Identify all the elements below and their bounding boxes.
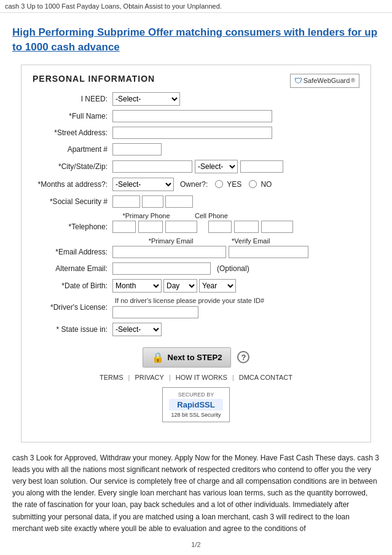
privacy-link[interactable]: PRIVACY bbox=[135, 374, 163, 381]
zip-input[interactable] bbox=[240, 160, 283, 173]
owner-no-radio[interactable] bbox=[249, 180, 257, 188]
months-at-address-label: *Months at address?: bbox=[33, 180, 112, 189]
email-address-group bbox=[112, 246, 308, 258]
phone-area[interactable] bbox=[112, 221, 136, 233]
apartment-row: Apartment # bbox=[33, 143, 359, 155]
email-address-label: *Email Address: bbox=[33, 248, 112, 256]
i-need-label: I NEED: bbox=[33, 95, 112, 103]
telephone-row: *Telephone: bbox=[33, 221, 359, 233]
ssn-part1[interactable] bbox=[112, 195, 140, 208]
drivers-license-row: *Driver's License: If no driver's licens… bbox=[33, 297, 359, 318]
state-issue-select[interactable]: -Select- bbox=[112, 323, 162, 336]
ssn-part3[interactable] bbox=[165, 195, 193, 208]
primary-email-label: *Primary Email bbox=[112, 237, 229, 245]
drivers-license-group: If no driver's license please provide yo… bbox=[112, 297, 264, 318]
yes-label: YES bbox=[227, 180, 241, 189]
owner-no-group: NO bbox=[249, 180, 272, 189]
phone-labels-row: *Primary Phone Cell Phone bbox=[33, 212, 359, 219]
i-need-select-wrapper: -Select- bbox=[112, 92, 180, 106]
full-name-label: *Full Name: bbox=[33, 112, 112, 120]
email-labels-row: *Primary Email *Verify Email bbox=[33, 237, 359, 245]
cell-exchange[interactable] bbox=[234, 221, 259, 233]
dob-label: *Date of Birth: bbox=[33, 281, 112, 290]
state-issue-row: * State issue in: -Select- bbox=[33, 323, 359, 336]
alternate-email-row: Alternate Email: (Optional) bbox=[33, 262, 359, 275]
city-state-zip-label: *City/State/Zip: bbox=[33, 162, 112, 171]
email-address-row: *Email Address: bbox=[33, 246, 359, 258]
ssn-part2[interactable] bbox=[142, 195, 163, 208]
months-at-address-row: *Months at address?: -Select- Owner?: YE… bbox=[33, 178, 359, 191]
next-button[interactable]: 🔒 Next to STEP2 bbox=[143, 347, 232, 368]
owner-label: Owner?: bbox=[180, 180, 208, 189]
street-address-input[interactable] bbox=[112, 127, 272, 139]
phone-exchange[interactable] bbox=[138, 221, 163, 233]
full-name-row: *Full Name: bbox=[33, 110, 359, 122]
cell-number[interactable] bbox=[261, 221, 293, 233]
how-it-works-link[interactable]: HOW IT WORKS bbox=[176, 374, 227, 381]
dob-month-select[interactable]: Month bbox=[112, 279, 162, 293]
next-button-row: 🔒 Next to STEP2 ? bbox=[33, 347, 359, 368]
street-address-row: *Street Address: bbox=[33, 127, 359, 139]
drivers-license-label: *Driver's License: bbox=[33, 303, 112, 312]
telephone-label: *Telephone: bbox=[33, 222, 112, 231]
terms-link[interactable]: TERMS bbox=[100, 374, 123, 381]
i-need-select[interactable]: -Select- bbox=[112, 92, 180, 106]
drivers-license-input[interactable] bbox=[112, 306, 198, 318]
lock-icon: 🔒 bbox=[152, 352, 164, 363]
ssl-badge: SECURED BY RapidSSL 128 bit SSL Security bbox=[33, 387, 359, 422]
alternate-email-group: (Optional) bbox=[112, 262, 249, 275]
phone-number[interactable] bbox=[165, 221, 197, 233]
next-button-label: Next to STEP2 bbox=[168, 353, 222, 362]
shield-icon: 🛡 bbox=[294, 76, 302, 85]
full-name-input[interactable] bbox=[112, 110, 272, 122]
safeguard-logo: 🛡 SafeWebGuard ® bbox=[290, 74, 359, 88]
alternate-email-label: Alternate Email: bbox=[33, 264, 112, 273]
i-need-row: I NEED: -Select- bbox=[33, 92, 359, 106]
ssl-box: SECURED BY RapidSSL 128 bit SSL Security bbox=[162, 387, 230, 422]
help-icon[interactable]: ? bbox=[237, 351, 249, 363]
ssn-group bbox=[112, 195, 193, 208]
main-content: High Performing Subprime Offer matching … bbox=[0, 13, 392, 555]
secured-by-text: SECURED BY bbox=[169, 392, 223, 398]
verify-email-input[interactable] bbox=[229, 246, 308, 258]
top-bar-text: cash 3 Up to 1000 Fast Payday Loans, Obt… bbox=[5, 2, 222, 10]
state-select[interactable]: -Select- bbox=[195, 160, 238, 173]
dob-row: *Date of Birth: Month Day Year bbox=[33, 279, 359, 293]
city-input[interactable] bbox=[112, 160, 192, 173]
apartment-input[interactable] bbox=[112, 143, 162, 155]
footer-links: TERMS | PRIVACY | HOW IT WORKS | DMCA CO… bbox=[33, 374, 359, 381]
dob-year-select[interactable]: Year bbox=[199, 279, 236, 293]
top-bar: cash 3 Up to 1000 Fast Payday Loans, Obt… bbox=[0, 0, 392, 13]
verify-email-label: *Verify Email bbox=[232, 237, 270, 245]
city-state-zip-row: *City/State/Zip: -Select- bbox=[33, 160, 359, 173]
page-number: 1/2 bbox=[12, 541, 380, 548]
months-owner-group: -Select- Owner?: YES NO bbox=[112, 178, 272, 191]
drivers-note: If no driver's license please provide yo… bbox=[115, 297, 264, 304]
bottom-text: cash 3 Look for Approved, Withdraw your … bbox=[12, 452, 380, 535]
form-container: 🛡 SafeWebGuard ® PERSONAL INFORMATION I … bbox=[21, 65, 371, 443]
dob-day-select[interactable]: Day bbox=[163, 279, 197, 293]
page-title[interactable]: High Performing Subprime Offer matching … bbox=[12, 25, 380, 55]
optional-label: (Optional) bbox=[217, 264, 249, 273]
apartment-label: Apartment # bbox=[33, 145, 112, 154]
cell-area[interactable] bbox=[208, 221, 232, 233]
owner-yes-radio[interactable] bbox=[215, 180, 223, 188]
rapid-ssl-brand: RapidSSL bbox=[169, 399, 223, 411]
cell-phone-label: Cell Phone bbox=[195, 212, 228, 219]
state-issue-label: * State issue in: bbox=[33, 325, 112, 334]
months-select[interactable]: -Select- bbox=[112, 178, 174, 191]
primary-email-input[interactable] bbox=[112, 246, 226, 258]
bit-ssl-text: 128 bit SSL Security bbox=[169, 412, 223, 418]
dmca-link[interactable]: DMCA CONTACT bbox=[239, 374, 292, 381]
city-state-zip-group: -Select- bbox=[112, 160, 283, 173]
ssn-row: *Social Security # bbox=[33, 195, 359, 208]
primary-phone-label: *Primary Phone bbox=[112, 212, 180, 219]
dob-group: Month Day Year bbox=[112, 279, 236, 293]
street-address-label: *Street Address: bbox=[33, 128, 112, 137]
safeguard-text: SafeWebGuard bbox=[304, 77, 350, 84]
telephone-group bbox=[112, 221, 293, 233]
ssn-label: *Social Security # bbox=[33, 197, 112, 206]
alternate-email-input[interactable] bbox=[112, 262, 211, 275]
owner-yes-group: YES bbox=[215, 180, 241, 189]
no-label: NO bbox=[261, 180, 272, 189]
